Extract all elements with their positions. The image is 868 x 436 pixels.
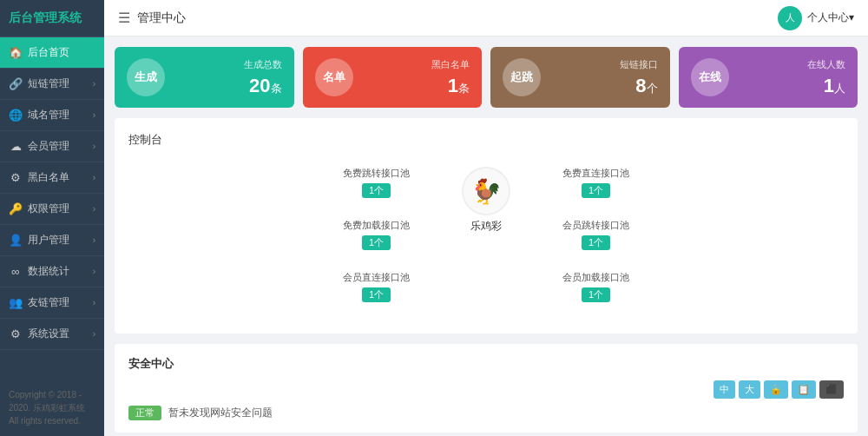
stat-badge-generate: 生成 <box>127 58 165 96</box>
stat-unit-blacklist: 条 <box>458 82 470 95</box>
node-label: 免费直连接口池 <box>562 167 629 180</box>
header: ☰ 管理中心 人 个人中心▾ <box>104 0 868 36</box>
sidebar-logo: 后台管理系统 <box>0 0 104 37</box>
menu-icon[interactable]: ☰ <box>118 10 130 26</box>
stat-value-api: 8个 <box>620 75 658 97</box>
sidebar-item-label: 黑白名单 <box>28 170 93 185</box>
node-badge: 1个 <box>362 183 391 198</box>
stat-cards: 生成 生成总数 20条 名单 黑白名单 1条 起跳 <box>115 47 858 108</box>
stat-unit-generate: 条 <box>271 82 282 95</box>
header-left: ☰ 管理中心 <box>118 10 186 26</box>
settings-icon: ⚙ <box>9 327 23 340</box>
node-label: 会员加载接口池 <box>562 271 629 284</box>
toolbar-btn-copy[interactable]: 📋 <box>792 380 816 399</box>
status-badge: 正常 <box>128 406 161 420</box>
center-avatar: 🐓 <box>462 167 510 215</box>
stat-info-api: 短链接口 8个 <box>620 58 658 97</box>
sidebar-item-auth[interactable]: 🔑 权限管理 › <box>0 194 104 225</box>
sidebar-item-domain[interactable]: 🌐 域名管理 › <box>0 100 104 131</box>
security-title: 安全中心 <box>128 356 844 372</box>
key-icon: 🔑 <box>9 202 23 215</box>
chevron-right-icon: › <box>93 329 95 339</box>
stat-card-generate[interactable]: 生成 生成总数 20条 <box>115 47 294 108</box>
left-node-group: 免费跳转接口池 1个 免费加载接口池 1个 会员直连接口池 1个 <box>343 167 410 302</box>
stat-number-api: 8 <box>635 75 646 96</box>
stats-icon: ∞ <box>9 265 23 278</box>
chevron-right-icon: › <box>93 235 95 245</box>
node-badge: 1个 <box>582 235 610 250</box>
user-icon: 👤 <box>9 234 23 247</box>
node-diagram: 免费跳转接口池 1个 免费加载接口池 1个 会员直连接口池 1个 � <box>128 158 844 320</box>
section-title-control: 控制台 <box>128 132 844 148</box>
sidebar-item-label: 用户管理 <box>28 233 93 248</box>
node-item-vip-jump: 会员跳转接口池 1个 <box>562 219 629 250</box>
toolbar-btn-large[interactable]: 大 <box>739 380 760 399</box>
control-panel: 控制台 免费跳转接口池 1个 免费加载接口池 1个 会员直连接口池 1个 <box>115 118 858 334</box>
gear-icon: ⚙ <box>9 171 23 184</box>
toolbar-btn-lock[interactable]: 🔒 <box>764 380 788 399</box>
node-badge: 1个 <box>582 183 610 198</box>
sidebar-item-friend[interactable]: 👥 友链管理 › <box>0 287 104 319</box>
user-menu[interactable]: 个人中心▾ <box>807 10 854 25</box>
chevron-right-icon: › <box>93 79 95 89</box>
chevron-right-icon: › <box>93 173 95 182</box>
sidebar-item-label: 权限管理 <box>28 201 93 216</box>
node-badge: 1个 <box>362 235 391 250</box>
sidebar-item-home[interactable]: 🏠 后台首页 <box>0 37 104 69</box>
chevron-right-icon: › <box>93 204 95 214</box>
node-item-free-direct: 免费直连接口池 1个 <box>562 167 629 198</box>
stat-number-blacklist: 1 <box>448 75 458 96</box>
stat-label-generate: 生成总数 <box>244 58 282 71</box>
stat-card-blacklist[interactable]: 名单 黑白名单 1条 <box>303 47 483 108</box>
stat-value-blacklist: 1条 <box>431 75 470 97</box>
sidebar-item-stats[interactable]: ∞ 数据统计 › <box>0 256 104 287</box>
main: ☰ 管理中心 人 个人中心▾ 生成 生成总数 20条 名单 <box>104 0 868 436</box>
stat-info-online: 在线人数 1人 <box>807 58 845 97</box>
node-badge: 1个 <box>582 287 610 302</box>
node-item-vip-load: 会员加载接口池 1个 <box>562 271 629 302</box>
stat-card-online[interactable]: 在线 在线人数 1人 <box>679 47 858 108</box>
content: 生成 生成总数 20条 名单 黑白名单 1条 起跳 <box>104 36 868 436</box>
sidebar-item-short-url[interactable]: 🔗 短链管理 › <box>0 69 104 100</box>
sidebar-item-label: 后台首页 <box>28 45 95 60</box>
sidebar-item-member[interactable]: ☁ 会员管理 › <box>0 131 104 162</box>
globe-icon: 🌐 <box>9 109 23 122</box>
node-label: 会员跳转接口池 <box>562 219 629 232</box>
home-icon: 🏠 <box>9 46 23 59</box>
header-title: 管理中心 <box>137 10 186 26</box>
stat-unit-online: 人 <box>834 82 845 95</box>
sidebar-item-blacklist[interactable]: ⚙ 黑白名单 › <box>0 162 104 194</box>
node-label: 会员直连接口池 <box>343 271 410 284</box>
node-label: 免费跳转接口池 <box>343 167 410 180</box>
stat-badge-online: 在线 <box>691 58 729 96</box>
stat-badge-api: 起跳 <box>503 58 541 96</box>
avatar: 人 <box>778 6 802 30</box>
stat-value-generate: 20条 <box>244 75 282 97</box>
node-badge: 1个 <box>362 287 391 302</box>
stat-number-online: 1 <box>824 75 834 96</box>
people-icon: 👥 <box>9 296 23 309</box>
chevron-right-icon: › <box>93 142 95 151</box>
stat-card-api[interactable]: 起跳 短链接口 8个 <box>490 47 670 108</box>
toolbar-btn-medium[interactable]: 中 <box>713 380 735 399</box>
right-node-group: 免费直连接口池 1个 会员跳转接口池 1个 会员加载接口池 1个 <box>562 167 629 302</box>
chevron-right-icon: › <box>93 110 95 120</box>
header-right: 人 个人中心▾ <box>778 6 854 30</box>
security-toolbar: 中 大 🔒 📋 ⬛ <box>128 380 844 399</box>
sidebar-item-settings[interactable]: ⚙ 系统设置 › <box>0 319 104 350</box>
security-row: 正常 暂未发现网站安全问题 <box>128 406 844 420</box>
stat-badge-blacklist: 名单 <box>315 58 353 96</box>
sidebar-item-label: 数据统计 <box>28 264 93 279</box>
node-item-vip-direct: 会员直连接口池 1个 <box>343 271 410 302</box>
toolbar-btn-black[interactable]: ⬛ <box>819 380 844 399</box>
security-message: 暂未发现网站安全问题 <box>168 406 273 420</box>
sidebar-item-user[interactable]: 👤 用户管理 › <box>0 225 104 256</box>
stat-info-generate: 生成总数 20条 <box>244 58 282 97</box>
center-node: 🐓 乐鸡彩 <box>462 167 510 234</box>
node-item-free-jump: 免费跳转接口池 1个 <box>343 167 410 198</box>
sidebar-item-label: 短链管理 <box>28 76 93 91</box>
stat-label-online: 在线人数 <box>807 58 845 71</box>
stat-label-blacklist: 黑白名单 <box>431 58 470 71</box>
node-item-free-load: 免费加载接口池 1个 <box>343 219 410 250</box>
sidebar-item-label: 友链管理 <box>28 295 93 310</box>
